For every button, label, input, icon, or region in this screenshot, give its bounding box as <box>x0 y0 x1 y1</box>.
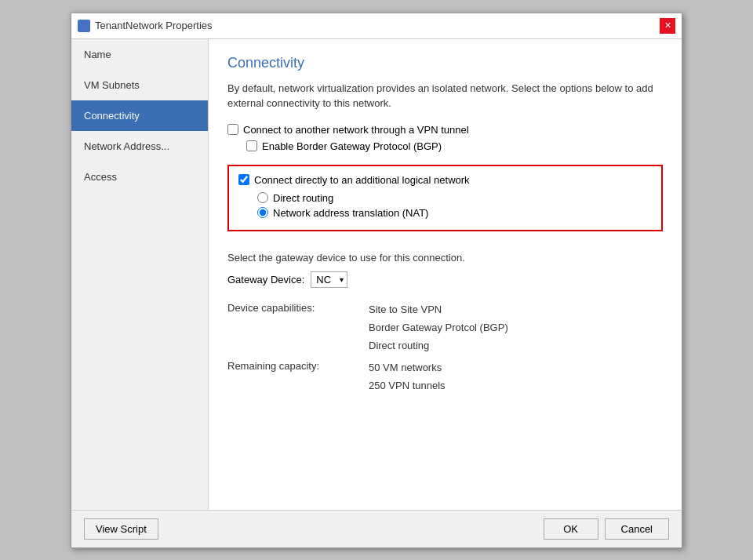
nat-radio[interactable] <box>257 207 268 218</box>
direct-connect-label[interactable]: Connect directly to an additional logica… <box>254 174 470 186</box>
cancel-button[interactable]: Cancel <box>605 518 669 540</box>
gateway-device-label: Gateway Device: <box>227 274 304 285</box>
nat-label[interactable]: Network address translation (NAT) <box>273 207 428 219</box>
gateway-select-wrapper: NC <box>311 271 347 288</box>
dialog-body: Name VM Subnets Connectivity Network Add… <box>71 39 682 510</box>
direct-routing-radio-row: Direct routing <box>257 192 652 204</box>
direct-connect-box: Connect directly to an additional logica… <box>227 165 663 231</box>
vpn-checkbox[interactable] <box>227 124 238 135</box>
remaining-capacity-values: 50 VM networks 250 VPN tunnels <box>369 358 663 395</box>
gateway-description: Select the gateway device to use for thi… <box>227 252 663 264</box>
footer-right: OK Cancel <box>544 518 669 540</box>
app-icon <box>78 20 90 32</box>
vpn-checkbox-label[interactable]: Connect to another network through a VPN… <box>243 124 469 136</box>
sidebar: Name VM Subnets Connectivity Network Add… <box>71 39 209 510</box>
sidebar-item-connectivity[interactable]: Connectivity <box>71 100 208 131</box>
direct-connect-checkbox[interactable] <box>238 174 249 185</box>
direct-routing-label[interactable]: Direct routing <box>273 192 333 204</box>
gateway-device-select[interactable]: NC <box>311 271 347 288</box>
footer: View Script OK Cancel <box>71 510 682 547</box>
bgp-checkbox-row: Enable Border Gateway Protocol (BGP) <box>246 140 663 152</box>
title-bar: TenantNetwork Properties ✕ <box>71 13 682 39</box>
bgp-checkbox[interactable] <box>246 140 257 151</box>
sidebar-item-name[interactable]: Name <box>71 39 208 70</box>
capacity-2: 250 VPN tunnels <box>369 376 663 395</box>
dialog-title: TenantNetwork Properties <box>95 20 213 31</box>
title-bar-left: TenantNetwork Properties <box>78 20 213 32</box>
dialog-window: TenantNetwork Properties ✕ Name VM Subne… <box>71 13 682 548</box>
capacity-1: 50 VM networks <box>369 358 663 376</box>
ok-button[interactable]: OK <box>544 518 598 540</box>
nat-radio-row: Network address translation (NAT) <box>257 207 652 219</box>
capability-2: Border Gateway Protcol (BGP) <box>369 318 663 336</box>
content-panel: Connectivity By default, network virtual… <box>209 39 682 510</box>
close-button[interactable]: ✕ <box>660 18 675 34</box>
vpn-checkbox-row: Connect to another network through a VPN… <box>227 124 663 136</box>
description-text: By default, network virtualization provi… <box>227 81 663 111</box>
page-title: Connectivity <box>227 55 663 71</box>
sidebar-item-network-address[interactable]: Network Address... <box>71 131 208 162</box>
device-capabilities-label: Device capabilities: <box>227 300 369 314</box>
bgp-checkbox-label[interactable]: Enable Border Gateway Protocol (BGP) <box>262 140 442 152</box>
device-capabilities-values: Site to Site VPN Border Gateway Protcol … <box>369 300 663 355</box>
direct-routing-radio[interactable] <box>257 192 268 203</box>
sidebar-item-vm-subnets[interactable]: VM Subnets <box>71 70 208 100</box>
gateway-row: Gateway Device: NC <box>227 271 663 288</box>
direct-connect-checkbox-row: Connect directly to an additional logica… <box>238 174 652 186</box>
remaining-capacity-label: Remaining capacity: <box>227 358 369 372</box>
view-script-button[interactable]: View Script <box>84 518 158 540</box>
capability-3: Direct routing <box>369 336 663 355</box>
capabilities-table: Device capabilities: Site to Site VPN Bo… <box>227 300 663 395</box>
sidebar-item-access[interactable]: Access <box>71 162 208 192</box>
capability-1: Site to Site VPN <box>369 300 663 318</box>
